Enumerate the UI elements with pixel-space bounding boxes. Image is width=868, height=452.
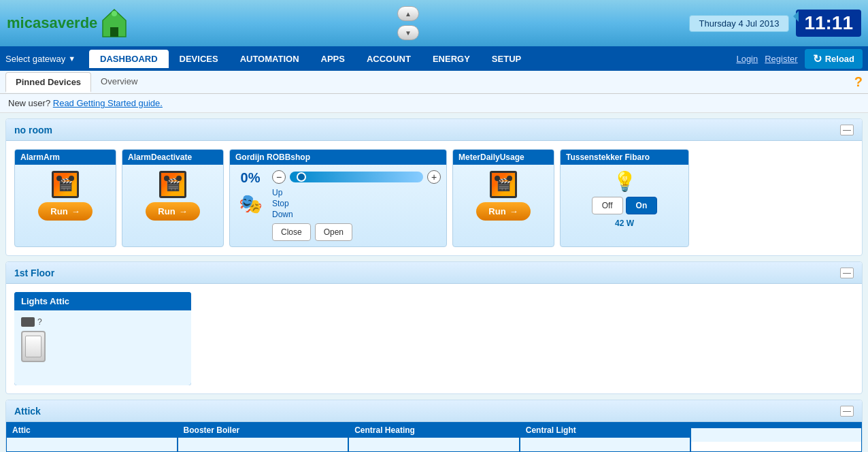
nav-tab-apps[interactable]: APPS	[310, 50, 356, 68]
tussenstekker-off-button[interactable]: Off	[592, 197, 623, 214]
gordijn-buttons: Close Open	[272, 223, 441, 241]
login-link[interactable]: Login	[736, 54, 758, 64]
attick-extra-card	[690, 422, 862, 452]
attick-central-heating-title: Central Heating	[349, 423, 519, 438]
unknown-icon	[21, 317, 35, 327]
gordijn-stop-label[interactable]: Stop	[272, 199, 441, 208]
device-card-alarmdeactivate: AlarmDeactivate 🎬 Run	[122, 149, 224, 247]
gordijn-slider-plus[interactable]: +	[427, 170, 441, 184]
attick-attic-title: Attic	[7, 423, 177, 438]
first-floor-collapse-button[interactable]: —	[840, 268, 854, 278]
header: micasaverde ▲ ▼ Thursday 4 Jul 2013 11:1…	[0, 0, 868, 46]
film-icon-alarmarm: 🎬	[52, 171, 79, 198]
attick-collapse-button[interactable]: —	[840, 406, 854, 417]
gordijn-open-button[interactable]: Open	[315, 223, 352, 241]
device-card-alarmarm: AlarmArm 🎬 Run	[14, 149, 116, 247]
gordijn-close-button[interactable]: Close	[272, 223, 311, 241]
lights-attic-unknown-row: ?	[21, 317, 184, 327]
first-floor-section: 1st Floor — Lights Attic ?	[5, 261, 863, 394]
gordijn-down-label[interactable]: Down	[272, 210, 441, 219]
meter-run-button[interactable]: Run	[476, 202, 530, 221]
gateway-label: Select gateway	[5, 54, 65, 64]
gordijn-slider-minus[interactable]: −	[272, 170, 286, 184]
scroll-down-button[interactable]: ▼	[397, 25, 419, 40]
attick-title: Attick	[14, 406, 41, 417]
nav-tab-dashboard[interactable]: DASHBOARD	[89, 50, 169, 68]
device-card-meter-body: 🎬 Run	[453, 165, 554, 226]
first-floor-grid: Lights Attic ?	[6, 284, 862, 393]
switch-icon[interactable]	[21, 331, 46, 362]
no-room-collapse-button[interactable]: —	[840, 125, 854, 135]
device-card-gordijn: Gordijn ROBBshop 0% 🎭 − + Up	[229, 149, 447, 247]
device-card-tussenstekker-title: Tussenstekker Fibaro	[561, 150, 688, 165]
first-floor-header: 1st Floor —	[6, 262, 862, 284]
switch-inner	[25, 336, 41, 357]
scroll-controls: ▲ ▼	[397, 6, 419, 40]
device-card-gordijn-title: Gordijn ROBBshop	[230, 150, 446, 165]
gordijn-up-label[interactable]: Up	[272, 188, 441, 197]
film-icon-alarmdeactivate: 🎬	[159, 171, 186, 198]
attick-header: Attick —	[6, 400, 862, 422]
nav-tab-account[interactable]: ACCOUNT	[356, 50, 422, 68]
reload-icon: ↻	[813, 52, 822, 65]
attick-central-light-body	[520, 438, 690, 451]
attick-extra-body	[691, 428, 861, 442]
first-floor-title: 1st Floor	[14, 268, 54, 278]
no-room-title: no room	[14, 125, 52, 135]
attick-booster-title: Booster Boiler	[178, 423, 348, 438]
gordijn-slider-row: − +	[272, 170, 441, 184]
nav-right: Login Register ↻ Reload	[736, 49, 863, 69]
alarmdeactivate-run-button[interactable]: Run	[146, 202, 199, 221]
attick-extra-title	[691, 423, 861, 428]
attick-central-light-card: Central Light	[520, 422, 691, 452]
nav-tab-devices[interactable]: DEVICES	[169, 50, 229, 68]
meter-icon: 🎬	[490, 171, 517, 198]
device-card-tussenstekker-body: 💡 Off On 42 W	[561, 165, 688, 233]
device-card-alarmarm-body: 🎬 Run	[15, 165, 116, 226]
tab-pinned-devices[interactable]: Pinned Devices	[5, 72, 91, 93]
alarmarm-run-button[interactable]: Run	[38, 202, 92, 221]
lights-attic-unknown-text: ?	[37, 317, 42, 327]
reload-button[interactable]: ↻ Reload	[805, 49, 863, 69]
lights-attic-card: Lights Attic ?	[14, 292, 191, 385]
logo-text: micasaverde	[7, 14, 97, 32]
new-user-text: New user?	[8, 98, 50, 108]
device-card-tussenstekker: Tussenstekker Fibaro 💡 Off On 42 W	[560, 149, 689, 247]
tab-overview[interactable]: Overview	[91, 72, 147, 92]
no-room-header: no room —	[6, 119, 862, 141]
getting-started-link[interactable]: Read Getting Started guide.	[53, 98, 163, 108]
film-icon-meter: 🎬	[490, 171, 517, 198]
gateway-dropdown-icon: ▼	[68, 54, 76, 63]
alarmdeactivate-icon: 🎬	[159, 171, 186, 198]
device-card-meter-title: MeterDailyUsage	[453, 150, 554, 165]
register-link[interactable]: Register	[765, 54, 797, 64]
logo-house-icon	[101, 8, 127, 38]
gordijn-right: − + Up Stop Down Close Open	[272, 170, 441, 241]
nav-tab-setup[interactable]: SETUP	[481, 50, 532, 68]
nav-bar: Select gateway ▼ DASHBOARD DEVICES AUTOM…	[0, 46, 868, 71]
no-room-devices-grid: AlarmArm 🎬 Run AlarmDeactivate 🎬 Run Gor…	[6, 141, 862, 255]
gordijn-slider-track[interactable]	[290, 172, 423, 182]
header-right: Thursday 4 Jul 2013 11:11	[689, 10, 861, 37]
attick-booster-card: Booster Boiler	[178, 422, 349, 452]
bulb-icon: 💡	[613, 170, 637, 193]
tussenstekker-buttons: Off On	[592, 197, 657, 214]
logo-area: micasaverde	[7, 8, 127, 38]
attick-attic-card: Attic	[6, 422, 178, 452]
tussenstekker-on-button[interactable]: On	[626, 197, 658, 214]
gordijn-percent: 0%	[241, 170, 261, 186]
sub-nav: Pinned Devices Overview ?	[0, 71, 868, 94]
header-center: ▲ ▼	[127, 6, 688, 40]
time-display: 11:11	[796, 10, 861, 37]
device-card-alarmdeactivate-body: 🎬 Run	[122, 165, 223, 226]
attick-central-light-title: Central Light	[520, 423, 690, 438]
gateway-selector[interactable]: Select gateway ▼	[5, 54, 76, 64]
alarmarm-icon: 🎬	[52, 171, 79, 198]
attick-central-heating-card: Central Heating	[348, 422, 520, 452]
nav-tab-energy[interactable]: ENERGY	[422, 50, 481, 68]
gordijn-controls: Up Stop Down	[272, 188, 441, 219]
nav-tab-automation[interactable]: AUTOMATION	[229, 50, 310, 68]
scroll-up-button[interactable]: ▲	[397, 6, 419, 21]
help-icon[interactable]: ?	[854, 74, 863, 90]
gordijn-slider-thumb	[297, 172, 306, 182]
